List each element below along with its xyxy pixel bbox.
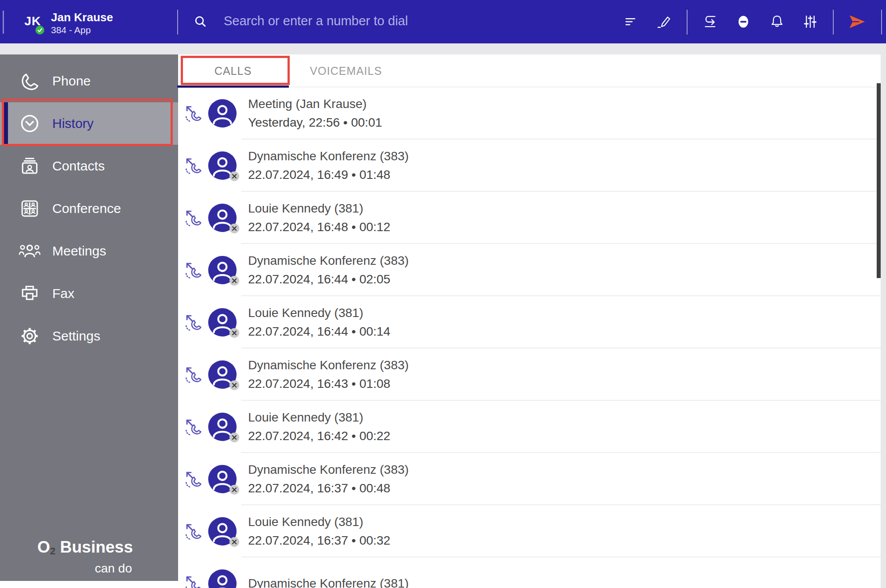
call-history-row[interactable]: Louie Kennedy (381) 22.07.2024, 16:48 • … — [178, 192, 886, 244]
sidebar-item-fax[interactable]: Fax — [0, 272, 178, 315]
filter-icon[interactable] — [622, 13, 639, 31]
meetings-icon — [19, 240, 41, 262]
call-ended-badge-icon — [229, 328, 239, 338]
outgoing-call-icon — [184, 574, 203, 588]
outgoing-call-icon — [184, 261, 203, 279]
sidebar-item-history[interactable]: History — [0, 102, 178, 145]
outgoing-call-icon — [184, 209, 203, 227]
call-title: Louie Kennedy (381) — [248, 304, 390, 322]
sidebar-item-label: Fax — [52, 286, 74, 301]
settings-icon — [19, 325, 41, 347]
o2-business-logo: O2 Business can do — [0, 538, 133, 576]
call-ended-badge-icon — [229, 171, 239, 181]
sidebar-item-label: Contacts — [52, 159, 105, 174]
avatar — [208, 151, 237, 180]
call-title: Dynamische Konferenz (381) — [248, 574, 409, 588]
bell-icon[interactable] — [768, 13, 786, 31]
fax-icon — [19, 282, 41, 305]
avatar — [208, 204, 237, 232]
call-history-row[interactable]: Louie Kennedy (381) 22.07.2024, 16:37 • … — [178, 505, 886, 557]
sidebar-item-conference[interactable]: Conference — [0, 187, 178, 230]
call-history-row[interactable]: Meeting (Jan Krause) Yesterday, 22:56 • … — [178, 87, 886, 139]
call-ended-badge-icon — [229, 485, 239, 495]
outgoing-call-icon — [184, 313, 203, 332]
user-extension: 384 - App — [51, 25, 91, 35]
search-icon — [191, 13, 210, 31]
sliders-icon[interactable] — [801, 13, 819, 31]
tab-voicemails[interactable]: VOICEMAILS — [288, 54, 404, 87]
history-tabbar: CALLS VOICEMAILS — [178, 54, 886, 87]
app-window: JK Jan Krause 384 - App Search or enter … — [0, 0, 886, 588]
sidebar-item-label: History — [52, 116, 93, 131]
call-history-row[interactable]: Dynamische Konferenz (381) — [178, 557, 886, 588]
sidebar-item-contacts[interactable]: Contacts — [0, 145, 178, 187]
call-title: Dynamische Konferenz (383) — [248, 356, 409, 375]
sidebar-item-label: Meetings — [52, 244, 106, 259]
call-subtitle: 22.07.2024, 16:44 • 02:05 — [248, 270, 409, 289]
conference-icon — [19, 197, 41, 220]
avatar — [208, 360, 237, 389]
call-history-row[interactable]: Dynamische Konferenz (383) 22.07.2024, 1… — [178, 139, 886, 192]
outgoing-call-icon — [184, 418, 203, 436]
outgoing-call-icon — [184, 104, 203, 123]
call-title: Dynamische Konferenz (383) — [248, 251, 409, 270]
avatar — [208, 465, 237, 493]
outgoing-call-icon — [184, 156, 203, 175]
call-subtitle: 22.07.2024, 16:37 • 00:48 — [248, 479, 409, 498]
call-subtitle: Yesterday, 22:56 • 00:01 — [248, 113, 382, 132]
call-redirect-icon[interactable] — [700, 13, 718, 31]
sidebar-item-phone[interactable]: Phone — [0, 60, 178, 102]
send-icon[interactable] — [847, 13, 867, 31]
toolbar-gap-strip — [0, 43, 886, 54]
tab-calls[interactable]: CALLS — [178, 54, 288, 87]
scrollbar-thumb[interactable] — [877, 83, 881, 278]
call-ended-badge-icon — [229, 380, 239, 390]
user-account-button[interactable]: JK Jan Krause 384 - App — [18, 0, 173, 43]
call-history-row[interactable]: Louie Kennedy (381) 22.07.2024, 16:42 • … — [178, 401, 886, 453]
window-edge-tick — [3, 11, 4, 34]
dnd-status-icon[interactable] — [734, 13, 752, 31]
user-name: Jan Krause — [51, 11, 113, 24]
sidebar-item-settings[interactable]: Settings — [0, 315, 178, 357]
call-history-row[interactable]: Dynamische Konferenz (383) 22.07.2024, 1… — [178, 244, 886, 296]
call-subtitle: 22.07.2024, 16:48 • 00:12 — [248, 218, 390, 236]
presence-check-icon — [35, 26, 44, 35]
sidebar-item-label: Conference — [52, 201, 121, 216]
search-input[interactable]: Search or enter a number to dial — [186, 0, 585, 43]
call-history-list: Meeting (Jan Krause) Yesterday, 22:56 • … — [178, 87, 886, 588]
header-divider — [687, 10, 688, 35]
history-icon — [19, 112, 41, 135]
pencil-icon[interactable] — [655, 13, 673, 31]
call-history-row[interactable]: Dynamische Konferenz (383) 22.07.2024, 1… — [178, 453, 886, 505]
call-title: Meeting (Jan Krause) — [248, 95, 382, 113]
phone-icon — [19, 70, 41, 92]
call-title: Louie Kennedy (381) — [248, 199, 390, 218]
search-placeholder: Search or enter a number to dial — [224, 14, 408, 28]
call-title: Louie Kennedy (381) — [248, 408, 390, 427]
avatar — [208, 308, 237, 337]
outgoing-call-icon — [184, 522, 203, 541]
call-title: Louie Kennedy (381) — [248, 513, 390, 531]
header-divider — [177, 10, 178, 35]
call-subtitle: 22.07.2024, 16:42 • 00:22 — [248, 427, 390, 445]
history-panel: CALLS VOICEMAILS — [178, 54, 886, 588]
avatar — [208, 517, 237, 545]
call-subtitle: 22.07.2024, 16:49 • 01:48 — [248, 166, 409, 184]
call-subtitle: 22.07.2024, 16:37 • 00:32 — [248, 531, 390, 550]
outgoing-call-icon — [184, 470, 203, 488]
sidebar-item-meetings[interactable]: Meetings — [0, 230, 178, 272]
call-ended-badge-icon — [229, 276, 239, 286]
call-subtitle: 22.07.2024, 16:44 • 00:14 — [248, 322, 390, 341]
call-ended-badge-icon — [229, 433, 239, 442]
header-bar: JK Jan Krause 384 - App Search or enter … — [0, 0, 886, 43]
header-divider — [881, 10, 882, 35]
call-title: Dynamische Konferenz (383) — [248, 460, 409, 479]
header-divider — [833, 10, 834, 35]
call-history-row[interactable]: Louie Kennedy (381) 22.07.2024, 16:44 • … — [178, 296, 886, 348]
avatar — [208, 413, 237, 441]
call-history-row[interactable]: Dynamische Konferenz (383) 22.07.2024, 1… — [178, 348, 886, 401]
avatar — [208, 569, 237, 588]
outgoing-call-icon — [184, 365, 203, 384]
logo-tagline: can do — [0, 561, 133, 576]
sidebar-nav: Phone History Contacts Conference Meetin… — [0, 54, 178, 581]
